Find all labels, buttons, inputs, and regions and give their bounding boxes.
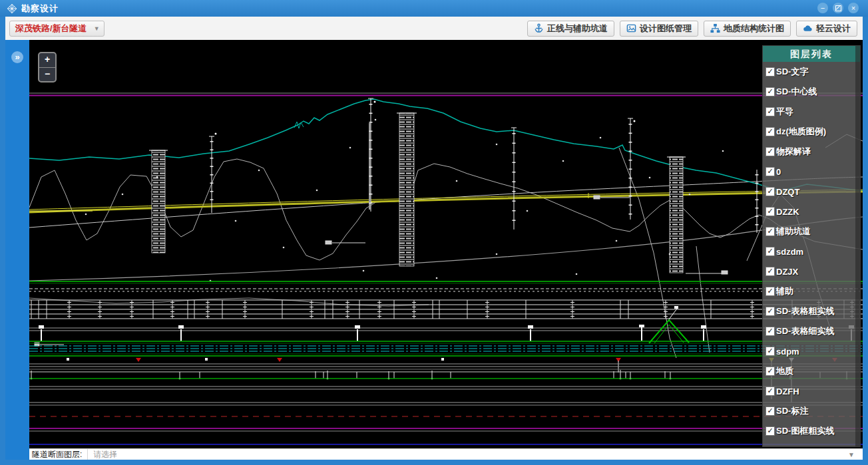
layer-label: SD-表格细实线 (776, 325, 834, 337)
layer-item[interactable]: ✓SD-文字 (763, 62, 860, 82)
layer-label: DZJX (776, 267, 798, 277)
layer-checkbox[interactable]: ✓ (765, 327, 775, 336)
layer-label: 0 (776, 167, 781, 177)
layer-label: SD-文字 (776, 66, 808, 78)
layer-label: SD-图框粗实线 (776, 425, 834, 437)
layer-checkbox[interactable]: ✓ (765, 347, 775, 356)
layer-item[interactable]: ✓地质 (763, 361, 860, 381)
layer-item[interactable]: ✓DZFH (763, 381, 860, 401)
layer-panel-scrollbar[interactable] (855, 46, 860, 446)
layer-checkbox[interactable]: ✓ (765, 287, 775, 296)
layer-label: 辅助 (776, 285, 793, 297)
layer-checkbox[interactable]: ✓ (765, 67, 775, 77)
design-sheet-manage-button[interactable]: 设计图纸管理 (620, 21, 698, 37)
layer-checkbox[interactable]: ✓ (765, 147, 775, 156)
layer-label: DZQT (776, 187, 799, 197)
layer-checkbox[interactable]: ✓ (765, 227, 775, 236)
tunnel-section-layer-select[interactable]: 请选择 ▼ (87, 449, 863, 460)
layer-label: 物探解译 (776, 146, 811, 158)
layer-item[interactable]: ✓0 (763, 162, 860, 182)
layer-label: 地质 (776, 365, 793, 377)
layer-item[interactable]: ✓SD-表格粗实线 (763, 301, 860, 321)
layer-label: dz(小拉装图) (776, 445, 826, 447)
maximize-button[interactable] (833, 3, 843, 13)
layer-checkbox[interactable]: ✓ (765, 87, 775, 96)
title-bar: 勘察设计 − × (0, 0, 868, 17)
caret-down-icon: ▼ (848, 451, 855, 458)
left-collapsed-panel: » (5, 40, 29, 460)
layer-label: sdpm (776, 347, 799, 357)
layer-item[interactable]: ✓SD-中心线 (763, 82, 860, 102)
layer-checkbox[interactable]: ✓ (765, 167, 775, 176)
app-window: 勘察设计 − × 深茂铁路/新台隧道 ▼ 正线与辅助坑道 设计图纸管理 地质结构… (0, 0, 868, 465)
layer-panel-title: 图层列表 (763, 46, 860, 62)
layer-item[interactable]: ✓平导 (763, 102, 860, 122)
geological-section-drawing (29, 40, 863, 448)
layer-item[interactable]: ✓辅助坑道 (763, 222, 860, 241)
layer-label: 辅助坑道 (776, 226, 811, 237)
layer-item[interactable]: ✓SD-标注 (763, 401, 860, 421)
layer-label: SD-中心线 (776, 86, 817, 98)
layer-checkbox[interactable]: ✓ (765, 367, 775, 376)
layer-label: SD-标注 (776, 405, 808, 417)
layer-checkbox[interactable]: ✓ (765, 267, 775, 276)
layer-label: 平导 (776, 106, 793, 118)
layer-item[interactable]: ✓sdzdm (763, 241, 860, 261)
project-selector[interactable]: 深茂铁路/新台隧道 ▼ (9, 21, 105, 37)
layer-item[interactable]: ✓DZQT (763, 182, 860, 202)
zoom-out-button[interactable]: − (39, 68, 55, 82)
layer-item[interactable]: ✓DZJX (763, 261, 860, 281)
layer-item[interactable]: ✓SD-表格细实线 (763, 321, 860, 341)
cad-canvas[interactable]: + − (29, 40, 863, 448)
layer-checkbox[interactable]: ✓ (765, 247, 775, 256)
layer-checkbox[interactable]: ✓ (765, 107, 775, 116)
layer-item[interactable]: ✓dz(小拉装图) (763, 441, 860, 447)
project-selector-label: 深茂铁路/新台隧道 (15, 23, 87, 35)
layer-item[interactable]: ✓SD-图框粗实线 (763, 421, 860, 441)
light-cloud-design-button[interactable]: 轻云设计 (796, 21, 857, 37)
mainline-aux-tunnel-button[interactable]: 正线与辅助坑道 (527, 21, 614, 37)
minimize-button[interactable]: − (817, 3, 828, 13)
layer-checkbox[interactable]: ✓ (765, 127, 775, 136)
close-button[interactable]: × (848, 3, 859, 13)
layer-label: DZZK (776, 207, 799, 217)
layer-list: ✓SD-文字✓SD-中心线✓平导✓dz(地质图例)✓物探解译✓0✓DZQT✓DZ… (763, 62, 860, 447)
layer-checkbox[interactable]: ✓ (765, 426, 775, 436)
drawing-sheet-icon (626, 23, 636, 33)
layer-checkbox[interactable]: ✓ (765, 307, 775, 316)
bottom-bar: 隧道断面图层: 请选择 ▼ (29, 448, 863, 460)
geology-structure-chart-button[interactable]: 地质结构统计图 (704, 21, 791, 37)
expand-panel-button[interactable]: » (11, 51, 23, 63)
button-label: 地质结构统计图 (724, 23, 784, 35)
layer-item[interactable]: ✓DZZK (763, 202, 860, 222)
layer-label: SD-表格粗实线 (776, 305, 834, 317)
layer-checkbox[interactable]: ✓ (765, 406, 775, 416)
zoom-control: + − (38, 52, 57, 82)
layer-label: dz(地质图例) (776, 126, 826, 138)
layer-item[interactable]: ✓sdpm (763, 341, 860, 361)
layer-panel: 图层列表 ✓SD-文字✓SD-中心线✓平导✓dz(地质图例)✓物探解译✓0✓DZ… (762, 45, 861, 447)
maximize-icon (835, 5, 841, 11)
anchor-icon (534, 23, 544, 33)
layer-checkbox[interactable]: ✓ (765, 207, 775, 216)
layer-item[interactable]: ✓dz(地质图例) (763, 122, 860, 142)
tunnel-section-layer-label: 隧道断面图层: (29, 449, 87, 460)
layer-label: sdzdm (776, 247, 803, 257)
button-label: 正线与辅助坑道 (547, 23, 608, 35)
layer-item[interactable]: ✓物探解译 (763, 142, 860, 162)
layer-checkbox[interactable]: ✓ (765, 446, 775, 447)
button-label: 轻云设计 (816, 23, 851, 35)
select-placeholder: 请选择 (93, 449, 117, 460)
sitemap-icon (710, 23, 720, 33)
layer-label: DZFH (776, 387, 799, 396)
layer-item[interactable]: ✓辅助 (763, 281, 860, 301)
app-title: 勘察设计 (21, 3, 59, 15)
zoom-in-button[interactable]: + (39, 53, 55, 68)
layer-checkbox[interactable]: ✓ (765, 387, 775, 396)
layer-checkbox[interactable]: ✓ (765, 187, 775, 196)
toolbar: 深茂铁路/新台隧道 ▼ 正线与辅助坑道 设计图纸管理 地质结构统计图 轻云设计 (5, 17, 863, 41)
app-logo-icon (7, 3, 17, 14)
caret-down-icon: ▼ (94, 25, 100, 32)
button-label: 设计图纸管理 (640, 23, 692, 35)
cloud-icon (803, 23, 813, 33)
